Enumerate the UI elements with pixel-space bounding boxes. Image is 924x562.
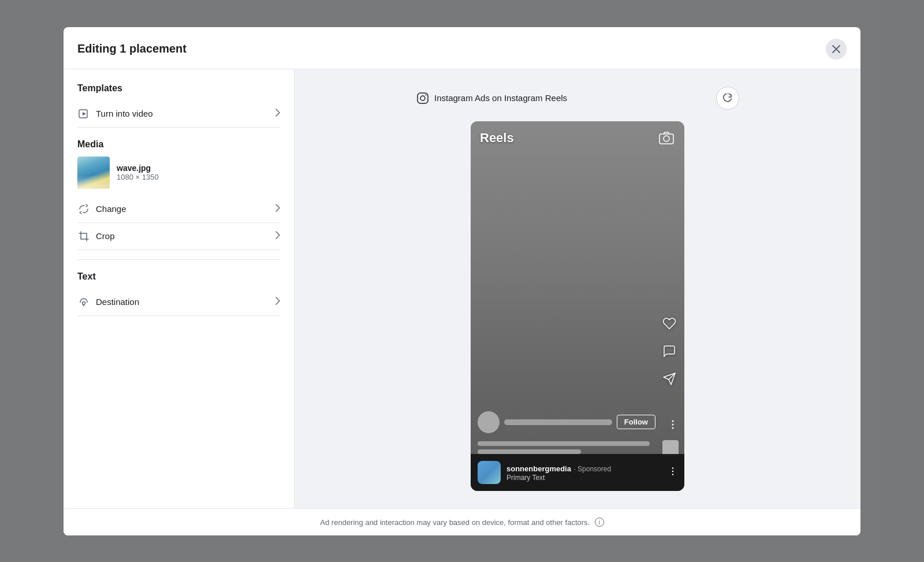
text-section-title: Text: [77, 271, 280, 282]
caption-line-2: [478, 449, 581, 454]
change-label: Change: [96, 204, 126, 214]
caption-line-1: [478, 441, 650, 446]
ad-dots-icon: [668, 467, 677, 476]
turn-into-video-item[interactable]: Turn into video: [77, 101, 280, 128]
comment-icon: [661, 343, 677, 359]
change-item[interactable]: Change: [77, 196, 280, 223]
instagram-icon: [416, 91, 430, 105]
svg-point-9: [672, 423, 674, 425]
media-thumbnail: [77, 157, 110, 189]
svg-point-10: [672, 427, 674, 429]
follow-button[interactable]: Follow: [617, 415, 655, 429]
video-icon: [77, 107, 90, 120]
user-info-row: Follow: [478, 411, 655, 433]
modal-footer: Ad rendering and interaction may vary ba…: [64, 508, 860, 535]
camera-icon: [658, 129, 675, 147]
ad-avatar: [478, 461, 501, 484]
crop-icon: [77, 230, 90, 243]
svg-point-11: [672, 467, 674, 469]
svg-point-5: [426, 94, 427, 95]
phone-mockup: Reels: [471, 121, 684, 491]
refresh-icon: [723, 94, 732, 103]
svg-marker-1: [83, 112, 86, 116]
footer-text: Ad rendering and interaction may vary ba…: [320, 518, 590, 527]
svg-point-12: [672, 470, 674, 472]
crop-label: Crop: [96, 231, 115, 241]
ad-sponsored-label: · Sponsored: [573, 465, 611, 473]
share-icon: [661, 371, 677, 387]
section-divider: [77, 259, 280, 260]
preview-platform: Instagram Ads on Instagram Reels: [416, 91, 567, 105]
close-icon: [832, 44, 841, 54]
more-dots-icon: [667, 419, 679, 430]
user-avatar: [478, 411, 500, 433]
turn-into-video-label: Turn into video: [96, 109, 153, 118]
destination-label: Destination: [96, 297, 139, 307]
crop-item[interactable]: Crop: [77, 223, 280, 250]
media-dimensions: 1080 × 1350: [117, 173, 159, 181]
media-filename: wave.jpg: [117, 163, 159, 173]
svg-point-8: [672, 420, 674, 422]
ad-account-name: sonnenbergmedia: [506, 464, 571, 473]
ad-overlay: sonnenbergmedia · Sponsored Primary Text: [471, 454, 684, 491]
modal: Editing 1 placement Templates: [64, 27, 860, 535]
left-panel: Templates Turn into video: [64, 69, 295, 508]
media-section: Media wave.jpg 1080 × 1350: [77, 139, 280, 250]
modal-body: Templates Turn into video: [64, 69, 860, 508]
chevron-right-icon-destination: [275, 297, 280, 307]
refresh-button[interactable]: [716, 87, 739, 110]
reel-content: Reels: [471, 121, 684, 491]
modal-title: Editing 1 placement: [77, 42, 187, 55]
svg-rect-3: [418, 93, 428, 103]
destination-item[interactable]: Destination: [77, 289, 280, 316]
reels-label: Reels: [480, 131, 514, 146]
destination-icon: [77, 296, 90, 308]
svg-point-4: [420, 96, 425, 101]
dots-button[interactable]: [667, 419, 679, 433]
info-icon[interactable]: i: [595, 518, 604, 527]
right-icons: [661, 315, 677, 387]
media-info: wave.jpg 1080 × 1350: [77, 157, 280, 189]
platform-label: Instagram Ads on Instagram Reels: [434, 93, 567, 103]
like-icon: [661, 315, 677, 332]
preview-header: Instagram Ads on Instagram Reels: [416, 87, 739, 110]
ad-primary-text: Primary Text: [506, 474, 662, 482]
close-button[interactable]: [826, 39, 847, 59]
media-section-title: Media: [77, 139, 280, 150]
modal-overlay: Editing 1 placement Templates: [0, 0, 924, 562]
chevron-right-icon: [275, 109, 280, 118]
modal-header: Editing 1 placement: [64, 27, 860, 69]
phone-top-bar: Reels: [471, 121, 684, 152]
text-section: Text Destination: [77, 271, 280, 316]
chevron-right-icon-crop: [275, 231, 280, 241]
svg-point-7: [664, 136, 669, 142]
right-panel: Instagram Ads on Instagram Reels: [295, 69, 860, 508]
svg-point-13: [672, 474, 674, 475]
ad-more-button[interactable]: [668, 467, 677, 478]
templates-section-title: Templates: [77, 83, 280, 94]
video-play-icon: [78, 108, 90, 120]
change-icon: [77, 203, 90, 215]
username-bar: [504, 419, 612, 425]
chevron-right-icon-change: [275, 204, 280, 214]
